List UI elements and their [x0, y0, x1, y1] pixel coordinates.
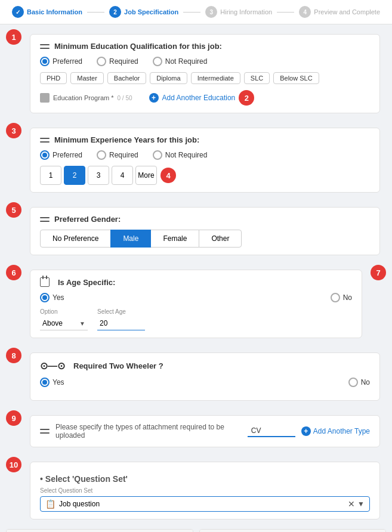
education-chips: PHD Master Bachelor Diploma Intermediate…	[40, 72, 370, 84]
attachment-label: Please specify the types of attachment r…	[55, 423, 242, 440]
add-type-plus-icon: +	[301, 426, 311, 436]
add-education-area: + Add Another Education 2	[149, 90, 255, 106]
select-question-label: Select Question Set	[40, 487, 370, 494]
chip-slc[interactable]: SLC	[244, 72, 270, 84]
exp-radio-required-circle	[97, 150, 106, 160]
progress-bar: ✓ Basic Information 2 Job Specification …	[0, 0, 392, 24]
gender-buttons: No Preference Male Female Other	[40, 230, 370, 248]
add-education-button[interactable]: Add Another Education	[162, 94, 236, 102]
radio-preferred[interactable]: Preferred	[40, 57, 82, 66]
edu-program-field: Education Program * 0 / 50	[40, 93, 132, 103]
select-age-label: Select Age	[97, 308, 145, 315]
badge-3: 3	[6, 123, 21, 138]
step-circle-3: 3	[205, 6, 217, 18]
age-row: Option Above Below Between ▼ Select Age	[40, 308, 352, 330]
editors-row: Job Description: B U I ≡ ≡ A A↓ ≡ ≡ ≡ ≡ …	[6, 529, 386, 532]
section3-radio-group: Preferred Required Not Required	[40, 150, 370, 160]
chip-phd[interactable]: PHD	[40, 72, 67, 84]
question-input-wrapper[interactable]: 📋 ✕ ▼	[40, 496, 370, 512]
question-actions: ✕ ▼	[348, 499, 365, 509]
radio-preferred-circle	[40, 57, 50, 66]
gender-female[interactable]: Female	[150, 230, 199, 248]
badge-6: 6	[6, 265, 21, 280]
age-radio-yes[interactable]: Yes	[40, 293, 64, 302]
step-circle-1: ✓	[12, 6, 24, 18]
calendar-icon	[40, 277, 50, 287]
badge-8: 8	[6, 348, 21, 363]
section1-icon	[40, 43, 50, 50]
num-btn-1[interactable]: 1	[40, 166, 61, 185]
section5-wrapper: 5 Preferred Gender: No Preference Male F…	[6, 202, 386, 260]
age-input[interactable]	[97, 317, 145, 330]
progress-step-3: 3 Hiring Information	[205, 6, 272, 18]
option-select[interactable]: Above Below Between	[40, 317, 88, 330]
num-btns: 1 2 3 4 More	[40, 166, 157, 185]
age-radio-no[interactable]: No	[331, 293, 352, 302]
wheeler-radio-no[interactable]: No	[348, 378, 370, 387]
num-btn-more[interactable]: More	[135, 166, 157, 185]
progress-step-4: 4 Preview and Complete	[299, 6, 380, 18]
num-btn-2[interactable]: 2	[64, 166, 85, 185]
badge-4: 4	[160, 168, 176, 183]
radio-required-circle	[97, 57, 106, 66]
wheeler-radio-yes-circle	[40, 378, 50, 387]
step-circle-4: 4	[299, 6, 311, 18]
exp-radio-preferred-circle	[40, 150, 50, 160]
radio-required[interactable]: Required	[97, 57, 138, 66]
section10-wrapper: 10 • Select 'Question Set' Select Questi…	[6, 457, 386, 524]
step-label-1: Basic Information	[27, 8, 82, 16]
attachment-input[interactable]	[248, 425, 295, 437]
badge-9: 9	[6, 410, 21, 426]
section6-radio-group: Yes No	[40, 293, 352, 302]
select-age-field: Select Age	[97, 308, 145, 330]
section6-wrapper: 6 Is Age Specific: Yes No Option Abo	[6, 265, 386, 343]
step-connector-1	[87, 12, 104, 13]
exp-radio-required[interactable]: Required	[97, 150, 138, 160]
chip-diploma[interactable]: Diploma	[150, 72, 187, 84]
option-select-wrapper: Above Below Between ▼	[40, 317, 88, 330]
wheeler-radio-no-circle	[348, 378, 358, 387]
gender-no-preference[interactable]: No Preference	[40, 230, 111, 248]
chip-bachelor[interactable]: Bachelor	[107, 72, 146, 84]
add-type-button[interactable]: Add Another Type	[313, 427, 370, 435]
chip-intermediate[interactable]: Intermediate	[191, 72, 240, 84]
section5-card: Preferred Gender: No Preference Male Fem…	[30, 207, 380, 255]
radio-not-required[interactable]: Not Required	[153, 57, 208, 66]
badge-5: 5	[6, 202, 21, 218]
age-radio-no-circle	[331, 293, 340, 302]
section1-card: Minimum Education Qualification for this…	[30, 34, 380, 113]
question-label: • Select 'Question Set'	[40, 474, 370, 484]
chip-master[interactable]: Master	[70, 72, 104, 84]
badge-2: 2	[239, 90, 254, 106]
question-set-input[interactable]	[59, 500, 344, 508]
age-radio-yes-circle	[40, 293, 50, 302]
exp-radio-not-required[interactable]: Not Required	[153, 150, 208, 160]
step-label-4: Preview and Complete	[314, 8, 380, 16]
num-btn-row-wrapper: 1 2 3 4 More 4	[40, 166, 370, 185]
chip-below-slc[interactable]: Below SLC	[273, 72, 319, 84]
question-dropdown-icon[interactable]: ▼	[357, 500, 365, 508]
progress-step-2: 2 Job Specification	[109, 6, 178, 18]
section1-wrapper: 1 Minimum Education Qualification for th…	[6, 29, 386, 118]
attachment-icon	[40, 428, 50, 435]
option-label: Option	[40, 308, 88, 315]
edu-program-row: Education Program * 0 / 50 + Add Another…	[40, 90, 370, 106]
gender-male[interactable]: Male	[110, 230, 151, 248]
radio-not-required-circle	[153, 57, 162, 66]
section9-wrapper: 9 Please specify the types of attachment…	[6, 410, 386, 452]
bike-icon: ⊙—⊙	[40, 360, 65, 372]
editor2-header: Job Specification:	[200, 530, 386, 532]
option-field: Option Above Below Between ▼	[40, 308, 88, 330]
wheeler-radio-yes[interactable]: Yes	[40, 378, 64, 387]
editor2-wrapper: Job Specification: B U I ≡ ≡ A A↓ ≡ ≡ ≡ …	[199, 529, 387, 532]
section5-icon	[40, 216, 50, 223]
gender-other[interactable]: Other	[199, 230, 242, 248]
num-btn-3[interactable]: 3	[88, 166, 109, 185]
exp-radio-preferred[interactable]: Preferred	[40, 150, 82, 160]
section5-title: Preferred Gender:	[40, 215, 370, 224]
progress-step-1: ✓ Basic Information	[12, 6, 82, 18]
num-btn-4[interactable]: 4	[112, 166, 133, 185]
question-clear-icon[interactable]: ✕	[348, 499, 355, 509]
section8-title: ⊙—⊙ Required Two Wheeler ?	[40, 360, 370, 372]
editor1-panel: Job Description: B U I ≡ ≡ A A↓ ≡ ≡ ≡ ≡ …	[6, 529, 193, 532]
